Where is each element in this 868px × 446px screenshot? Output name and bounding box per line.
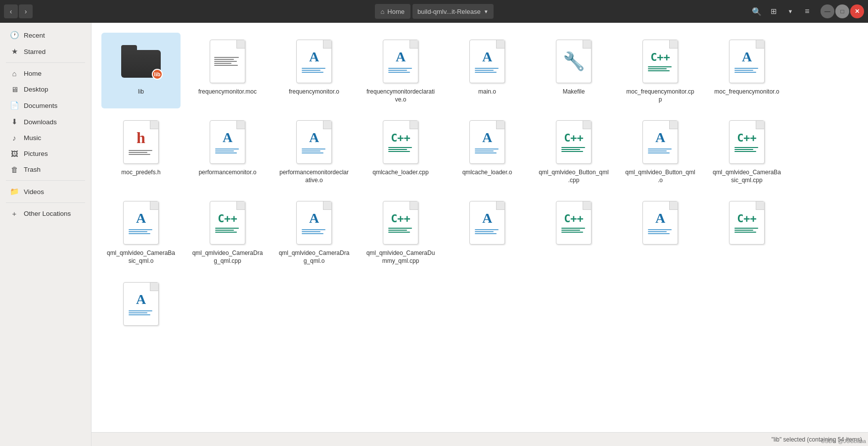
doc-file-icon: A: [467, 199, 507, 247]
path-label: build-qmlv...it-Release: [417, 8, 481, 15]
doc-graphic: A: [469, 120, 505, 164]
list-item[interactable]: frequencymonitor.moc: [188, 33, 267, 108]
home-button[interactable]: ⌂ Home: [374, 4, 411, 19]
list-item[interactable]: A frequencymonitor.o: [274, 33, 354, 108]
list-item[interactable]: A qml_qmlvideo_Button_qml.o: [621, 113, 700, 189]
list-item[interactable]: A: [101, 275, 181, 336]
list-item[interactable]: A qml_qmlvideo_CameraBasic_qml.o: [101, 194, 181, 270]
list-item[interactable]: C++: [707, 194, 786, 270]
doc-file-icon: A: [640, 118, 680, 166]
sidebar-label-downloads: Downloads: [24, 118, 57, 126]
window-controls: — □ ✕: [821, 4, 864, 18]
file-name: frequencymonitordeclarative.o: [365, 88, 436, 103]
file-name: frequencymonitor.o: [289, 88, 339, 96]
list-item[interactable]: C++ qml_qmlvideo_CameraBasic_qml.cpp: [707, 113, 786, 189]
list-item[interactable]: A qmlcache_loader.o: [448, 113, 527, 189]
doc-graphic: A: [210, 120, 245, 164]
search-button[interactable]: 🔍: [749, 4, 764, 19]
view-toggle-button[interactable]: ⊞: [766, 4, 781, 19]
clock-icon: 🕐: [10, 31, 19, 40]
list-item[interactable]: A: [621, 194, 700, 270]
doc-graphic: A: [729, 40, 765, 83]
doc-file-icon: A: [121, 280, 161, 328]
plus-icon: +: [10, 209, 19, 218]
doc-file-icon: A: [467, 38, 507, 85]
cpp-graphic: C++: [556, 201, 592, 245]
doc-file-icon: A: [294, 118, 334, 166]
cpp-file-icon: C++: [554, 199, 594, 247]
doc-file-icon: A: [467, 118, 507, 166]
cpp-file-icon: C++: [554, 118, 594, 166]
list-item[interactable]: C++ qml_qmlvideo_CameraDummy_qml.cpp: [361, 194, 440, 270]
list-item[interactable]: 🔧 Makefile: [534, 33, 613, 108]
list-item[interactable]: C++: [534, 194, 613, 270]
sidebar-label-home: Home: [24, 70, 42, 77]
doc-graphic: A: [469, 40, 505, 83]
list-item[interactable]: C++ qml_qmlvideo_CameraDrag_qml.cpp: [188, 194, 267, 270]
nav-buttons: ‹ ›: [4, 4, 33, 18]
file-name: frequencymonitor.moc: [198, 88, 257, 96]
file-name: performancemonitor.o: [199, 169, 257, 177]
sidebar-item-documents[interactable]: 📄 Documents: [2, 98, 89, 113]
list-item[interactable]: C++ qmlcache_loader.cpp: [361, 113, 440, 189]
sidebar-label-documents: Documents: [24, 102, 57, 109]
list-item[interactable]: C++ moc_frequencymonitor.cpp: [621, 33, 700, 108]
cpp-graphic: C++: [556, 120, 592, 164]
makefile-graphic: 🔧: [556, 40, 592, 83]
doc-graphic: A: [123, 201, 159, 245]
close-button[interactable]: ✕: [850, 4, 864, 18]
doc-file-icon: A: [294, 199, 334, 247]
sidebar-item-videos[interactable]: 📁 Videos: [2, 184, 89, 199]
cpp-file-icon: C++: [640, 38, 680, 85]
list-item[interactable]: A frequencymonitordeclarative.o: [361, 33, 440, 108]
statusbar: "lib" selected (containing 54 items): [91, 432, 868, 446]
sidebar-item-starred[interactable]: ★ Starred: [2, 44, 89, 59]
file-name: qmlcache_loader.cpp: [372, 169, 428, 177]
makefile-icon: 🔧: [554, 38, 594, 85]
maximize-button[interactable]: □: [835, 4, 849, 18]
list-item[interactable]: A qml_qmlvideo_CameraDrag_qml.o: [274, 194, 354, 270]
sidebar-item-downloads[interactable]: ⬇ Downloads: [2, 114, 89, 130]
list-item[interactable]: A moc_frequencymonitor.o: [707, 33, 786, 108]
cpp-file-icon: C++: [727, 118, 767, 166]
file-name: qml_qmlvideo_CameraDrag_qml.o: [278, 249, 350, 265]
file-name: lib: [138, 88, 144, 96]
list-item[interactable]: lib lib: [101, 33, 181, 108]
minimize-button[interactable]: —: [821, 4, 834, 18]
sidebar-divider-1: [6, 62, 85, 63]
forward-button[interactable]: ›: [19, 4, 33, 18]
downloads-icon: ⬇: [10, 117, 19, 126]
cpp-graphic: C++: [729, 120, 765, 164]
sidebar-item-desktop[interactable]: 🖥 Desktop: [2, 82, 89, 97]
h-file-icon: h: [121, 118, 161, 166]
list-item[interactable]: A performancemonitor.o: [188, 113, 267, 189]
sidebar-item-other-locations[interactable]: + Other Locations: [2, 206, 89, 221]
file-name: moc_frequencymonitor.cpp: [625, 88, 696, 103]
list-item[interactable]: C++ qml_qmlvideo_Button_qml.cpp: [534, 113, 613, 189]
sidebar-item-pictures[interactable]: 🖼 Pictures: [2, 146, 89, 161]
list-item[interactable]: A performancemonitordeclarative.o: [274, 113, 354, 189]
file-name: qml_qmlvideo_CameraDrag_qml.cpp: [192, 249, 263, 265]
doc-file-icon: A: [640, 199, 680, 247]
list-item[interactable]: A main.o: [448, 33, 527, 108]
back-button[interactable]: ‹: [4, 4, 18, 18]
chevron-down-icon: ▼: [484, 9, 489, 14]
sidebar-item-recent[interactable]: 🕐 Recent: [2, 27, 89, 43]
cpp-file-icon: C++: [381, 199, 420, 247]
sidebar-item-trash[interactable]: 🗑 Trash: [2, 162, 89, 177]
pictures-icon: 🖼: [10, 149, 19, 158]
sidebar-item-home[interactable]: ⌂ Home: [2, 66, 89, 81]
doc-graphic: A: [296, 201, 332, 245]
cpp-graphic: C++: [383, 201, 418, 245]
doc-graphic: A: [123, 282, 159, 326]
doc-file-icon: A: [208, 118, 247, 166]
sidebar-item-music[interactable]: ♪ Music: [2, 130, 89, 146]
list-item[interactable]: A: [448, 194, 527, 270]
file-grid: lib lib: [101, 33, 858, 336]
sort-button[interactable]: ▼: [783, 4, 798, 19]
menu-button[interactable]: ≡: [800, 4, 815, 19]
list-item[interactable]: h moc_predefs.h: [101, 113, 181, 189]
path-button[interactable]: build-qmlv...it-Release ▼: [412, 4, 494, 19]
videos-icon: 📁: [10, 187, 19, 196]
cpp-file-icon: C++: [208, 199, 247, 247]
